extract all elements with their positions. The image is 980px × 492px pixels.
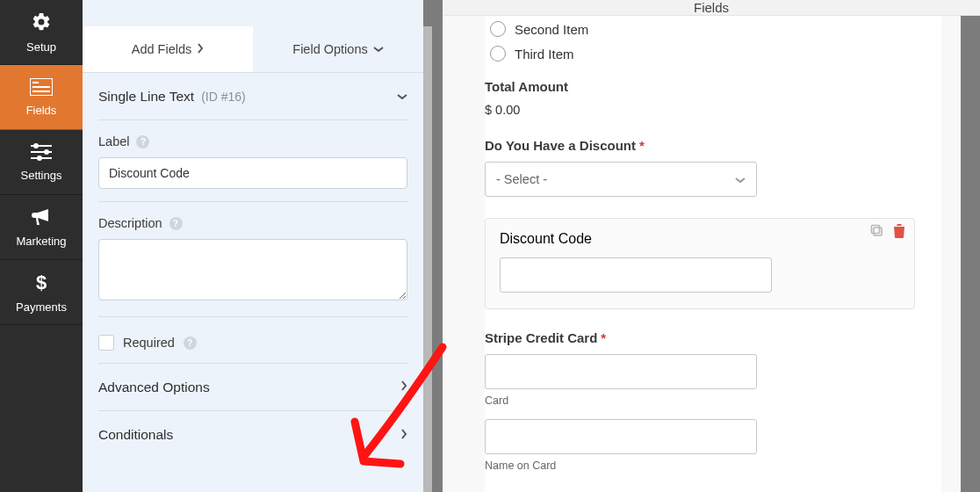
select-placeholder: - Select -: [496, 172, 547, 186]
nav-label: Payments: [16, 300, 67, 314]
help-icon[interactable]: ?: [136, 135, 149, 148]
chevron-down-icon: [397, 90, 407, 103]
name-on-card-input[interactable]: [485, 419, 757, 454]
bullhorn-icon: [31, 207, 52, 229]
chevron-down-icon: [373, 43, 384, 55]
nav-label: Fields: [26, 104, 57, 117]
discount-code-input[interactable]: [500, 257, 772, 293]
field-type-header[interactable]: Single Line Text (ID #16): [98, 73, 407, 120]
panel-tabs: Add Fields Field Options: [83, 26, 423, 73]
svg-rect-3: [32, 90, 50, 92]
field-label: Do You Have a Discount: [485, 138, 636, 153]
advanced-options-section[interactable]: Advanced Options: [98, 364, 407, 411]
discount-code-field-card[interactable]: Discount Code: [485, 218, 915, 309]
main-nav: Setup Fields Settings Marketing $ Paymen…: [0, 0, 83, 492]
nav-setup[interactable]: Setup: [0, 0, 83, 65]
tab-field-options[interactable]: Field Options: [253, 26, 423, 72]
help-icon[interactable]: ?: [169, 217, 183, 230]
svg-rect-12: [872, 226, 880, 234]
total-amount-field[interactable]: Total Amount $ 0.00: [485, 79, 915, 117]
svg-rect-1: [32, 82, 39, 83]
trash-icon[interactable]: [893, 224, 905, 242]
stripe-card-field[interactable]: Stripe Credit Card * Card Name on Card: [485, 330, 915, 472]
nav-settings[interactable]: Settings: [0, 130, 83, 195]
total-amount-label: Total Amount: [485, 79, 915, 94]
chevron-right-icon: [400, 429, 407, 442]
radio-icon: [490, 21, 506, 37]
preview-header: Fields: [443, 0, 980, 16]
conditionals-title: Conditionals: [98, 427, 173, 443]
label-title: Label: [98, 134, 129, 148]
nav-marketing[interactable]: Marketing: [0, 195, 83, 260]
svg-text:$: $: [36, 271, 47, 293]
radio-option[interactable]: Second Item: [490, 21, 915, 37]
dollar-icon: $: [35, 271, 47, 295]
radio-option[interactable]: Third Item: [490, 46, 915, 62]
label-input[interactable]: [98, 157, 407, 189]
total-amount-value: $ 0.00: [485, 103, 915, 117]
field-type-title: Single Line Text: [98, 89, 194, 105]
svg-point-9: [37, 156, 42, 161]
scrollbar-thumb[interactable]: [423, 26, 432, 492]
panel-scrollbar[interactable]: [423, 26, 432, 492]
tab-label: Add Fields: [132, 42, 192, 56]
form-icon: [30, 78, 53, 98]
nav-label: Setup: [26, 40, 56, 54]
chevron-right-icon: [197, 43, 204, 56]
required-asterisk: *: [639, 138, 645, 153]
required-asterisk: *: [601, 330, 606, 345]
name-on-card-sublabel: Name on Card: [485, 459, 915, 472]
field-label: Stripe Credit Card: [485, 330, 597, 345]
svg-point-7: [33, 143, 39, 148]
field-options-panel: Add Fields Field Options Single Line Tex…: [83, 0, 423, 492]
description-title: Description: [98, 216, 162, 230]
discount-select[interactable]: - Select -: [485, 162, 757, 197]
duplicate-icon[interactable]: [870, 224, 884, 242]
nav-fields[interactable]: Fields: [0, 65, 83, 130]
tab-add-fields[interactable]: Add Fields: [83, 26, 253, 72]
svg-rect-11: [874, 228, 882, 235]
gear-icon: [31, 11, 52, 35]
discount-question-field[interactable]: Do You Have a Discount * - Select -: [485, 138, 915, 197]
tab-label: Field Options: [292, 42, 367, 56]
advanced-options-title: Advanced Options: [98, 380, 210, 395]
chevron-right-icon: [400, 380, 407, 394]
description-input[interactable]: [98, 239, 407, 300]
svg-point-8: [44, 149, 49, 155]
radio-icon: [490, 46, 506, 62]
radio-label: Second Item: [515, 22, 588, 37]
required-checkbox[interactable]: [98, 335, 114, 351]
sliders-icon: [31, 143, 52, 163]
svg-rect-2: [32, 86, 50, 88]
preview-area: Fields Second Item Third Item: [443, 0, 980, 492]
preview-gutter: [961, 16, 980, 492]
field-id-label: (ID #16): [201, 90, 246, 104]
nav-label: Settings: [21, 169, 62, 182]
conditionals-section[interactable]: Conditionals: [98, 411, 407, 459]
nav-label: Marketing: [16, 235, 66, 248]
help-icon[interactable]: ?: [184, 336, 197, 350]
nav-payments[interactable]: $ Payments: [0, 260, 83, 325]
field-label: Discount Code: [500, 231, 900, 247]
radio-label: Third Item: [515, 47, 574, 62]
required-label: Required: [123, 336, 175, 350]
card-input[interactable]: [485, 354, 757, 389]
chevron-down-icon: [735, 172, 746, 186]
card-sublabel: Card: [485, 394, 915, 407]
